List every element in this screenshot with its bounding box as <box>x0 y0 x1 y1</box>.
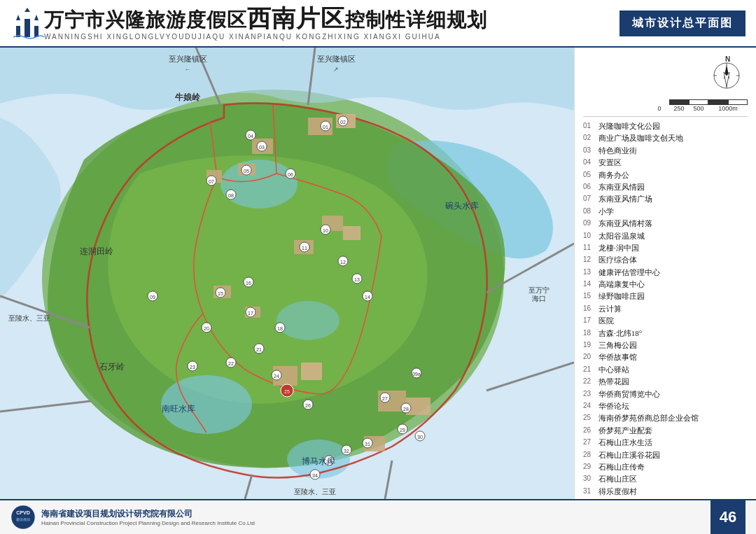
legend-item: 25海南侨梦苑侨商总部企业会馆 <box>583 413 748 423</box>
legend-item: 30石梅山庄区 <box>583 474 748 484</box>
org-text: 海南省建设项目规划设计研究院有限公司 Hainan Provincial Con… <box>41 508 255 526</box>
legend-item: 21中心驿站 <box>583 365 748 375</box>
map-svg: 01 02 03 04 05 06 07 08 09 <box>0 48 574 499</box>
legend-text: 商务办公 <box>598 170 629 181</box>
svg-text:20: 20 <box>204 326 209 331</box>
compass-icon: N <box>706 55 748 97</box>
legend-item: 18吉森·北纬18° <box>583 328 748 339</box>
org-name-en: Hainan Provincial Construction Project P… <box>41 520 255 526</box>
svg-text:04: 04 <box>248 134 253 139</box>
header: 万宁市兴隆旅游度假区西南片区控制性详细规划 WANNINGSHI XINGLON… <box>0 0 756 48</box>
legend-text: 三角梅公园 <box>598 340 637 351</box>
legend-text: 安置区 <box>598 157 622 168</box>
svg-text:26: 26 <box>305 403 311 408</box>
svg-text:32: 32 <box>344 449 349 454</box>
legend-num: 31 <box>583 486 596 496</box>
svg-text:09a: 09a <box>412 372 421 377</box>
scale-bar: 0 250 500 1000m <box>650 99 748 112</box>
svg-marker-4 <box>24 8 30 19</box>
right-panel: N <box>574 48 756 499</box>
svg-text:12: 12 <box>340 260 346 265</box>
legend-text: 东南亚风情广场 <box>598 194 652 204</box>
legend-item: 08小学 <box>583 206 748 217</box>
svg-text:16: 16 <box>246 281 251 286</box>
legend-num: 26 <box>583 426 596 435</box>
legend-text: 小学 <box>598 206 614 217</box>
legend-item: 28石梅山庄溪谷花园 <box>583 450 748 461</box>
legend-text: 石梅山庄区 <box>598 474 637 484</box>
legend-item: 24华侨论坛 <box>583 401 748 412</box>
legend-num: 24 <box>583 401 596 411</box>
legend-text: 高端康复中心 <box>598 279 645 290</box>
svg-text:碗头水库: 碗头水库 <box>445 201 479 211</box>
legend-text: 中心驿站 <box>598 365 629 375</box>
legend-item: 19三角梅公园 <box>583 340 748 351</box>
legend-item: 09东南亚风情村落 <box>583 218 748 229</box>
svg-text:03: 03 <box>259 145 265 150</box>
svg-text:02: 02 <box>340 120 346 125</box>
legend-num: 18 <box>583 328 596 338</box>
svg-text:至万宁: 至万宁 <box>528 286 550 294</box>
legend-text: 绿野咖啡庄园 <box>598 291 645 302</box>
legend-text: 华侨商贸博览中心 <box>598 389 660 400</box>
legend-num: 19 <box>583 340 596 350</box>
legend-text: 石梅山庄传奇 <box>598 462 645 472</box>
legend-num: 22 <box>583 377 596 386</box>
svg-text:17: 17 <box>248 311 253 316</box>
title-block: 万宁市兴隆旅游度假区西南片区控制性详细规划 WANNINGSHI XINGLON… <box>44 6 487 41</box>
svg-text:石牙岭: 石牙岭 <box>99 362 125 372</box>
legend-text: 海南侨梦苑侨商总部企业会馆 <box>598 413 699 423</box>
legend-item: 11龙棲·润中国 <box>583 243 748 253</box>
legend-num: 09 <box>583 218 596 228</box>
svg-text:CPVD: CPVD <box>16 510 29 515</box>
legend-text: 龙棲·润中国 <box>598 243 639 253</box>
logo-icon <box>10 6 44 40</box>
legend-text: 商业广场及咖啡文创天地 <box>598 133 683 143</box>
svg-text:29: 29 <box>400 428 405 433</box>
svg-marker-5 <box>34 15 38 26</box>
svg-text:27: 27 <box>382 396 388 401</box>
legend-text: 太阳谷温泉城 <box>598 231 645 241</box>
legend-text: 热带花园 <box>598 377 629 387</box>
legend-item: 17医院 <box>583 316 748 326</box>
legend-item: 10太阳谷温泉城 <box>583 231 748 241</box>
legend-item: 15绿野咖啡庄园 <box>583 291 748 302</box>
legend-num: 27 <box>583 437 596 447</box>
legend-num: 11 <box>583 243 596 253</box>
svg-text:博马水库: 博马水库 <box>302 456 335 466</box>
legend-num: 10 <box>583 231 596 241</box>
legend-text: 医院 <box>598 316 614 326</box>
sub-title: WANNINGSHI XINGLONGLVYOUDUJIAQU XINANPIA… <box>44 33 487 41</box>
legend-num: 17 <box>583 316 596 325</box>
legend-num: 04 <box>583 157 596 167</box>
title-prefix: 万宁市兴隆旅游度假区 <box>44 9 247 31</box>
legend-text: 吉森·北纬18° <box>598 328 642 339</box>
legend-num: 06 <box>583 182 596 192</box>
svg-text:15: 15 <box>218 291 223 296</box>
svg-text:N: N <box>725 55 730 63</box>
svg-text:28: 28 <box>403 407 409 412</box>
legend-text: 得乐度假村 <box>598 486 637 497</box>
scale-label-250: 250 <box>669 105 689 112</box>
legend-num: 08 <box>583 206 596 216</box>
legend-text: 健康评估管理中心 <box>598 267 660 278</box>
legend-item: 03特色商业街 <box>583 146 748 156</box>
legend-num: 01 <box>583 121 596 131</box>
legend-text: 云计算 <box>598 304 622 314</box>
svg-text:至兴隆镇区: 至兴隆镇区 <box>169 55 207 63</box>
svg-text:11: 11 <box>302 246 307 251</box>
legend-text: 石梅山庄溪谷花园 <box>598 450 660 461</box>
svg-text:34: 34 <box>312 473 318 478</box>
svg-text:25: 25 <box>284 389 290 394</box>
legend-item: 12医疗综合体 <box>583 255 748 265</box>
legend-text: 华侨论坛 <box>598 401 629 412</box>
svg-text:01: 01 <box>323 125 328 129</box>
svg-text:牛娘岭: 牛娘岭 <box>175 92 201 102</box>
svg-text:连洞田岭: 连洞田岭 <box>80 246 113 256</box>
svg-point-9 <box>276 301 340 340</box>
legend-text: 华侨故事馆 <box>598 352 637 363</box>
logo-area <box>10 6 44 40</box>
svg-text:←: ← <box>185 66 191 73</box>
legend-text: 兴隆咖啡文化公园 <box>598 121 660 132</box>
svg-text:10: 10 <box>323 228 328 233</box>
